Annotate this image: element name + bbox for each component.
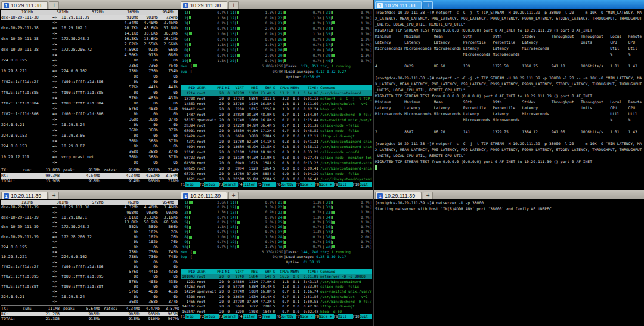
terminal-window-iftop-38: 1 10.29.111.38 + 191Mb381Mb572Mb763Mb954… <box>0 0 179 190</box>
col-header-s: S <box>271 85 277 90</box>
fkey-tree[interactable]: F5Tree <box>257 182 276 187</box>
cpu-usage-fill <box>284 16 286 19</box>
fkey-nice[interactable]: F7Nice - <box>296 314 315 319</box>
new-tab-button[interactable]: + <box>228 192 239 199</box>
new-tab-button[interactable]: + <box>49 192 59 199</box>
flow-dest-host: 224.0.0.162 <box>61 254 119 259</box>
proc-priority: 20 <box>216 101 224 106</box>
terminal-line-out: Microseconds Microseconds % % <box>375 51 643 57</box>
cpu-core-number: 23 <box>277 20 283 26</box>
rx-arrow: <= <box>52 160 61 165</box>
rx-rate: 2.55Kb <box>138 42 158 47</box>
iftop-screen[interactable]: 191Mb381Mb572Mb763Mb954Mbdce-10-29-111-3… <box>0 199 179 326</box>
cum-label <box>23 312 38 316</box>
new-tab-button[interactable]: + <box>49 1 59 9</box>
fkey-kill[interactable]: F9Kill <box>334 182 353 187</box>
proc-user: root <box>195 160 216 165</box>
flow-source-host: 224.0.0.195 <box>1 245 52 250</box>
fkey-number: F5 <box>257 314 261 319</box>
fkey-setup[interactable]: F2Setup <box>200 182 219 187</box>
flow-row-tx: 10.29.8.221=>224.0.0.162736b736b754b <box>1 69 178 74</box>
col-header-time: TIME+ <box>299 85 318 90</box>
session-tab[interactable]: 1 10.29.111.39 <box>181 192 227 199</box>
proc-priority: 20 <box>216 289 224 294</box>
summary-area: Mem[5.33G/125G]Swp[0K/0K]Tasks: 144, 740… <box>181 250 372 265</box>
tasks-count: 153, 853 thr <box>301 64 327 68</box>
cpu-core-number: 36 <box>324 36 330 42</box>
cpu-core-number: 1 <box>181 200 187 205</box>
shell-screen[interactable]: [root@dce-10-29-111-38 ~]# netperf -c -C… <box>374 9 644 190</box>
fkey-sortby[interactable]: F6SortBy <box>276 182 295 187</box>
session-tab[interactable]: 1 10.29.111.38 <box>1 1 48 9</box>
new-tab-button[interactable]: + <box>423 192 433 199</box>
iftop-screen[interactable]: 191Mb381Mb572Mb763Mb954Mbdce-10-29-111-3… <box>0 9 179 190</box>
fkey-filter[interactable]: F4Filter <box>238 182 257 187</box>
cpu-usage-percent: 1.3% <box>265 245 273 249</box>
proc-shr: 47.2M <box>258 299 271 304</box>
fkey-nice[interactable]: F8Nice + <box>315 182 334 187</box>
htop-screen[interactable]: 1[2.6%]11[0.7%]21[1.3%]31[0.7%]2[0.7%]12… <box>179 199 373 326</box>
cpu-usage-fill <box>332 216 333 219</box>
uptime-line: Uptime: 01:38:17 <box>286 260 372 265</box>
swap-bar-track: 0K/0K <box>193 69 284 73</box>
cpu-core-number: 15 <box>228 220 234 224</box>
flow-source-host <box>1 299 52 304</box>
proc-res: 101M <box>244 101 258 106</box>
shell-screen[interactable]: [root@dce-10-29-111-39 ~]# netserver -D … <box>374 199 644 326</box>
fkey-kill[interactable]: F9Kill <box>334 314 353 319</box>
session-tab[interactable]: 1 10.29.111.39 <box>1 192 48 199</box>
fkey-tree[interactable]: F5Tree <box>257 314 276 319</box>
cpu-usage-bar: 0.7% <box>284 42 322 47</box>
new-tab-button[interactable]: + <box>228 1 239 9</box>
fkey-label: Tree <box>262 314 277 319</box>
cpu-usage-fill <box>284 241 286 244</box>
fkey-setup[interactable]: F2Setup <box>200 314 219 319</box>
fkey-sortby[interactable]: F6SortBy <box>276 314 295 319</box>
proc-cpu-pct: 0.0 <box>277 165 289 171</box>
cpu-usage-percent: 1.3% <box>361 220 369 224</box>
flow-dest-host <box>61 149 119 155</box>
proc-state: S <box>271 176 277 182</box>
cpu-meter: 29[0.7%] <box>277 53 324 58</box>
fkey-nice[interactable]: F7Nice - <box>296 182 315 187</box>
proc-user: root <box>195 96 216 101</box>
fkey-nice[interactable]: F8Nice + <box>315 314 334 319</box>
cpu-core-number: 20 <box>228 245 234 250</box>
cpu-usage-percent: 0.7% <box>361 230 369 234</box>
tx-arrow: => <box>52 79 61 85</box>
peak-label <box>60 173 79 179</box>
swap-bar: Swp[0K/0K] <box>181 254 286 259</box>
fkey-quit[interactable]: F10Quit <box>353 314 372 319</box>
tx-arrow: => <box>52 245 61 250</box>
cpu-core-number: 37 <box>324 42 330 47</box>
cpu-core-number: 38 <box>324 235 330 239</box>
cpu-usage-bar: 0.7% <box>189 240 227 244</box>
tx-rate: 5.81Kb <box>119 215 138 220</box>
session-tab[interactable]: 1 10.29.111.39 <box>375 192 422 199</box>
terminal-line-cmd: [root@dce-10-29-111-38 ~]# netperf -c -C… <box>375 75 643 93</box>
proc-cpu-pct: 0.7 <box>277 304 289 309</box>
rx-rate: 403b <box>138 289 158 294</box>
rx-arrow: <= <box>52 63 61 69</box>
flow-row-tx: 224.0.0.195=>0b0b0b <box>1 58 178 63</box>
fkey-help[interactable]: F1Help <box>181 314 200 319</box>
fkey-help[interactable]: F1Help <box>181 182 200 187</box>
fkey-label: Quit <box>360 182 372 187</box>
session-tab[interactable]: 1 10.29.111.38 <box>181 1 227 9</box>
proc-nice: 0 <box>224 117 230 122</box>
fkey-search[interactable]: F3Search <box>219 182 238 187</box>
fkey-filter[interactable]: F4Filter <box>238 314 257 319</box>
fkey-quit[interactable]: F10Quit <box>353 182 372 187</box>
fkey-search[interactable]: F3Search <box>219 314 238 319</box>
window-titlebar: 1 10.29.111.39 + <box>0 190 179 199</box>
session-tab[interactable]: 1 10.29.111.38 <box>375 1 422 9</box>
cpu-core-number: 21 <box>277 200 283 205</box>
proc-user: root <box>195 128 216 133</box>
process-row: 28394root2001725M84.9M36.4MS0.70.11:01.3… <box>181 122 372 128</box>
cpu-usage-bar: 0.7% <box>189 245 227 249</box>
proc-time: 5:14.06 <box>299 90 318 96</box>
htop-screen[interactable]: 1[0.7%]11[1.3%]21[0.7%]31[0.7%]2[1.3%]12… <box>179 9 373 190</box>
rates-label: rates: <box>100 168 120 173</box>
rx-arrow: <= <box>52 250 61 254</box>
new-tab-button[interactable]: + <box>423 1 433 9</box>
